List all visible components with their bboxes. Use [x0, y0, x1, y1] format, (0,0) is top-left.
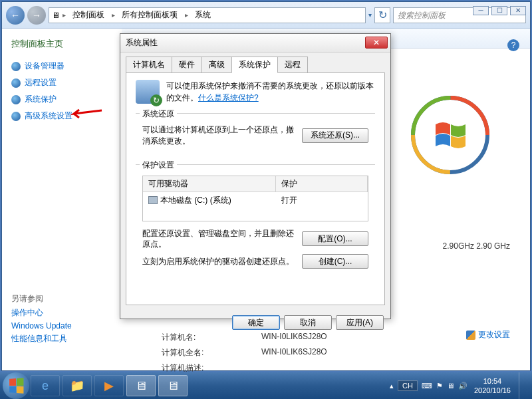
- help-icon[interactable]: ?: [507, 39, 519, 51]
- system-properties-dialog: 系统属性 ✕ 计算机名 硬件 高级 系统保护 远程 可以使用系统保护来撤消不需要…: [120, 33, 391, 319]
- sidebar-performance[interactable]: 性能信息和工具: [11, 333, 112, 344]
- taskbar-app2[interactable]: 🖥: [158, 375, 188, 396]
- taskbar-explorer[interactable]: 📁: [63, 375, 92, 396]
- shield-icon: [11, 112, 21, 121]
- dialog-titlebar[interactable]: 系统属性 ✕: [120, 34, 390, 53]
- tab-hardware[interactable]: 硬件: [172, 57, 202, 73]
- group-protection-settings: 保护设置: [140, 160, 177, 171]
- what-is-link[interactable]: 什么是系统保护?: [198, 93, 259, 102]
- configure-desc: 配置还原设置、管理磁盘空间，并且删除还原点。: [142, 228, 295, 251]
- tray-flag-icon[interactable]: ⚑: [436, 382, 443, 390]
- tab-panel: 可以使用系统保护来撤消不需要的系统更改，还原以前版本的文件。什么是系统保护? 系…: [126, 72, 385, 305]
- tab-remote[interactable]: 远程: [277, 57, 308, 73]
- dialog-title: 系统属性: [126, 37, 158, 49]
- taskbar-clock[interactable]: 10:54 2020/10/16: [474, 376, 511, 396]
- drives-table: 可用驱动器 保护 本地磁盘 (C:) (系统) 打开: [142, 176, 368, 221]
- sidebar-windows-update[interactable]: Windows Update: [11, 321, 112, 331]
- shield-icon: [11, 95, 21, 104]
- sidebar-system-protection[interactable]: 系统保护: [7, 91, 116, 108]
- taskbar-ie[interactable]: e: [31, 375, 60, 396]
- configure-button[interactable]: 配置(O)...: [302, 231, 368, 246]
- back-button[interactable]: ←: [6, 6, 25, 25]
- dialog-buttons: 确定 取消 应用(A): [120, 311, 390, 334]
- disk-icon: [148, 196, 158, 204]
- forward-button[interactable]: →: [27, 6, 46, 25]
- shield-icon: [466, 331, 475, 340]
- cancel-button[interactable]: 取消: [284, 315, 332, 330]
- sidebar-device-manager[interactable]: 设备管理器: [7, 58, 116, 74]
- full-name-value: WIN-I0LIK6SJ28O: [261, 347, 327, 358]
- col-drive[interactable]: 可用驱动器: [143, 176, 276, 192]
- tray-network-icon[interactable]: 🖥: [447, 382, 454, 390]
- close-button[interactable]: ✕: [510, 6, 526, 15]
- create-desc: 立刻为启用系统保护的驱动器创建还原点。: [142, 256, 295, 267]
- tray-volume-icon[interactable]: 🔊: [458, 382, 467, 390]
- annotation-arrow-icon: [70, 108, 103, 120]
- ime-indicator[interactable]: CH: [398, 380, 418, 391]
- windows-flag-icon: [9, 378, 23, 394]
- restore-desc: 可以通过将计算机还原到上一个还原点，撤消系统更改。: [142, 124, 295, 147]
- col-protection[interactable]: 保护: [276, 176, 368, 192]
- tab-advanced[interactable]: 高级: [201, 57, 232, 73]
- tray-chevron-icon[interactable]: ▴: [390, 382, 394, 390]
- taskbar-media[interactable]: ▶: [94, 375, 124, 396]
- window-controls: ─ ☐ ✕: [473, 6, 526, 15]
- table-row[interactable]: 本地磁盘 (C:) (系统) 打开: [143, 192, 368, 209]
- group-system-restore: 系统还原: [140, 108, 177, 120]
- breadcrumb-seg[interactable]: 所有控制面板项: [118, 9, 182, 21]
- computer-icon: 🖥: [52, 11, 60, 20]
- see-also-header: 另请参阅: [11, 293, 112, 305]
- sidebar-header: 控制面板主页: [11, 38, 116, 50]
- system-restore-button[interactable]: 系统还原(S)...: [302, 128, 368, 143]
- shield-icon: [11, 62, 21, 71]
- full-name-label: 计算机全名:: [162, 347, 261, 358]
- apply-button[interactable]: 应用(A): [336, 315, 384, 330]
- cpu-info: 2.90GHz 2.90 GHz: [443, 241, 510, 251]
- refresh-button[interactable]: ↻: [374, 7, 390, 23]
- ok-button[interactable]: 确定: [232, 315, 280, 330]
- dialog-close-button[interactable]: ✕: [365, 37, 388, 49]
- taskbar: e 📁 ▶ 🖥 🖥 ▴ CH ⌨ ⚑ 🖥 🔊 10:54 2020/10/16: [0, 372, 532, 399]
- tab-system-protection[interactable]: 系统保护: [231, 57, 278, 73]
- show-desktop-button[interactable]: [519, 372, 527, 399]
- tab-computer-name[interactable]: 计算机名: [126, 57, 172, 73]
- create-button[interactable]: 创建(C)...: [302, 254, 368, 269]
- ime-keyboard-icon[interactable]: ⌨: [422, 382, 432, 390]
- shield-icon: [11, 78, 21, 88]
- minimize-button[interactable]: ─: [473, 6, 489, 15]
- system-tray: ▴ CH ⌨ ⚑ 🖥 🔊 10:54 2020/10/16: [390, 372, 529, 399]
- restore-icon: [136, 80, 160, 104]
- maximize-button[interactable]: ☐: [491, 6, 507, 15]
- sidebar-action-center[interactable]: 操作中心: [11, 307, 112, 319]
- change-settings-link[interactable]: 更改设置: [466, 329, 510, 340]
- intro-text: 可以使用系统保护来撤消不需要的系统更改，还原以前版本的文件。什么是系统保护?: [166, 80, 375, 104]
- sidebar-remote-settings[interactable]: 远程设置: [7, 74, 116, 91]
- breadcrumb-seg[interactable]: 控制面板: [68, 9, 109, 21]
- taskbar-app1[interactable]: 🖥: [126, 375, 156, 396]
- navbar: ← → 🖥 ▸ 控制面板 ▸ 所有控制面板项 ▸ 系统 ▾ ↻ 搜索控制面板: [2, 2, 530, 29]
- windows-logo-icon: [410, 95, 490, 175]
- breadcrumb-seg[interactable]: 系统: [191, 9, 215, 21]
- sidebar: 控制面板主页 设备管理器 远程设置 系统保护 高级系统设置 另请参阅 操作中心 …: [2, 29, 122, 370]
- address-bar[interactable]: 🖥 ▸ 控制面板 ▸ 所有控制面板项 ▸ 系统: [49, 7, 366, 23]
- dialog-tabs: 计算机名 硬件 高级 系统保护 远程: [126, 57, 385, 73]
- start-button[interactable]: [3, 372, 29, 399]
